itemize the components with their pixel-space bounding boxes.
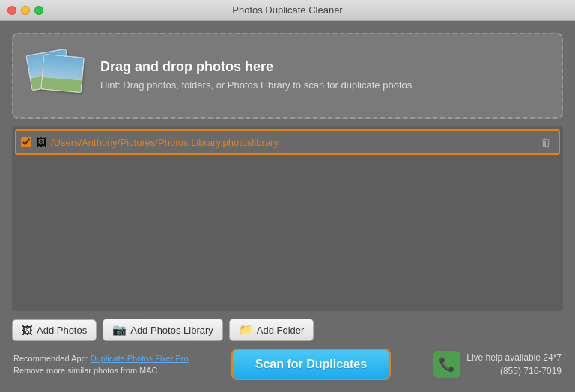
file-list-item: 🖼 /Users/Anthony/Pictures/Photos Library… bbox=[15, 129, 560, 155]
photo-card-front bbox=[40, 54, 85, 94]
window-title: Photos Duplicate Cleaner bbox=[232, 4, 342, 16]
phone-number: (855) 716-7019 bbox=[466, 364, 562, 378]
maximize-button[interactable] bbox=[34, 6, 43, 15]
footer-phone-text: Live help available 24*7 (855) 716-7019 bbox=[466, 351, 562, 378]
add-photos-button[interactable]: 🖼 Add Photos bbox=[12, 319, 97, 341]
add-folder-button[interactable]: 📁 Add Folder bbox=[229, 319, 314, 341]
minimize-button[interactable] bbox=[21, 6, 30, 15]
dropzone-icon bbox=[28, 48, 88, 104]
footer-left: Recommended App: Duplicate Photos Fixer … bbox=[13, 352, 189, 377]
live-help-label: Live help available 24*7 bbox=[466, 351, 562, 364]
file-path: /Users/Anthony/Pictures/Photos Library.p… bbox=[51, 137, 533, 148]
close-button[interactable] bbox=[7, 6, 16, 15]
file-list: 🖼 /Users/Anthony/Pictures/Photos Library… bbox=[12, 126, 563, 311]
phone-icon: 📞 bbox=[433, 351, 460, 378]
file-delete-button[interactable]: 🗑 bbox=[538, 135, 554, 150]
scan-button[interactable]: Scan for Duplicates bbox=[231, 349, 391, 380]
dropzone-hint: Hint: Drag photos, folders, or Photos Li… bbox=[100, 79, 412, 92]
main-content: Drag and drop photos here Hint: Drag pho… bbox=[0, 21, 575, 392]
file-checkbox[interactable] bbox=[21, 137, 31, 147]
toolbar: 🖼 Add Photos 📷 Add Photos Library 📁 Add … bbox=[12, 319, 563, 341]
titlebar: Photos Duplicate Cleaner bbox=[0, 0, 575, 21]
recommended-suffix: Remove more similar photos from MAC. bbox=[13, 366, 160, 375]
dropzone-text: Drag and drop photos here Hint: Drag pho… bbox=[100, 59, 412, 92]
add-photos-library-icon: 📷 bbox=[112, 323, 127, 337]
add-photos-icon: 🖼 bbox=[22, 324, 33, 337]
dropzone[interactable]: Drag and drop photos here Hint: Drag pho… bbox=[12, 33, 563, 119]
dropzone-heading: Drag and drop photos here bbox=[100, 59, 412, 75]
add-photos-label: Add Photos bbox=[37, 325, 87, 336]
add-folder-icon: 📁 bbox=[239, 323, 253, 337]
add-photos-library-label: Add Photos Library bbox=[130, 325, 213, 336]
add-folder-label: Add Folder bbox=[257, 325, 305, 336]
footer-right: 📞 Live help available 24*7 (855) 716-701… bbox=[433, 351, 562, 378]
photos-library-icon: 🖼 bbox=[36, 136, 46, 148]
recommended-link[interactable]: Duplicate Photos Fixer Pro bbox=[91, 354, 189, 363]
footer: Recommended App: Duplicate Photos Fixer … bbox=[12, 349, 563, 380]
window-controls bbox=[7, 6, 43, 15]
add-photos-library-button[interactable]: 📷 Add Photos Library bbox=[103, 319, 223, 341]
recommended-prefix: Recommended App: bbox=[13, 354, 91, 363]
